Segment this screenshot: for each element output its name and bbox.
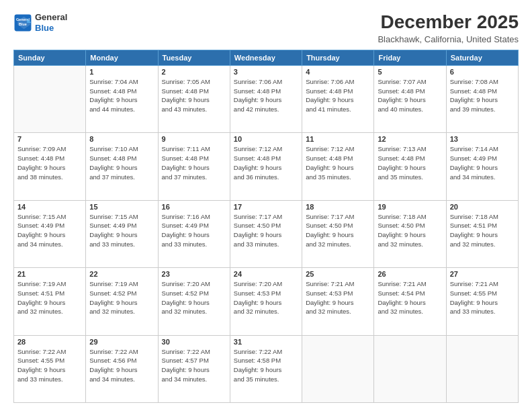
calendar-week-row: 1Sunrise: 7:04 AMSunset: 4:48 PMDaylight… <box>14 65 519 132</box>
calendar-week-row: 14Sunrise: 7:15 AMSunset: 4:49 PMDayligh… <box>14 200 519 267</box>
day-number: 18 <box>306 203 370 211</box>
day-number: 27 <box>450 270 515 278</box>
logo-line1: General <box>35 12 67 23</box>
day-info: Sunrise: 7:19 AMSunset: 4:52 PMDaylight:… <box>89 279 154 316</box>
day-number: 13 <box>450 135 515 143</box>
calendar-cell: 25Sunrise: 7:21 AMSunset: 4:53 PMDayligh… <box>302 268 374 335</box>
calendar-cell: 28Sunrise: 7:22 AMSunset: 4:55 PMDayligh… <box>14 335 86 402</box>
calendar-cell: 8Sunrise: 7:10 AMSunset: 4:48 PMDaylight… <box>86 133 158 200</box>
calendar-week-row: 21Sunrise: 7:19 AMSunset: 4:51 PMDayligh… <box>14 268 519 335</box>
day-info: Sunrise: 7:11 AMSunset: 4:48 PMDaylight:… <box>162 144 226 181</box>
calendar-cell: 4Sunrise: 7:06 AMSunset: 4:48 PMDaylight… <box>302 65 374 132</box>
calendar-cell: 29Sunrise: 7:22 AMSunset: 4:56 PMDayligh… <box>86 335 158 402</box>
calendar-week-row: 28Sunrise: 7:22 AMSunset: 4:55 PMDayligh… <box>14 335 519 402</box>
calendar-cell: 26Sunrise: 7:21 AMSunset: 4:54 PMDayligh… <box>374 268 446 335</box>
day-info: Sunrise: 7:21 AMSunset: 4:54 PMDaylight:… <box>378 279 442 316</box>
day-number: 22 <box>89 270 154 278</box>
calendar-cell: 23Sunrise: 7:20 AMSunset: 4:52 PMDayligh… <box>158 268 230 335</box>
col-monday: Monday <box>86 50 158 65</box>
day-number: 3 <box>234 68 298 76</box>
calendar-cell: 9Sunrise: 7:11 AMSunset: 4:48 PMDaylight… <box>158 133 230 200</box>
calendar-cell: 2Sunrise: 7:05 AMSunset: 4:48 PMDaylight… <box>158 65 230 132</box>
day-info: Sunrise: 7:14 AMSunset: 4:49 PMDaylight:… <box>450 144 515 181</box>
col-saturday: Saturday <box>446 50 518 65</box>
calendar-week-row: 7Sunrise: 7:09 AMSunset: 4:48 PMDaylight… <box>14 133 519 200</box>
calendar-cell: 31Sunrise: 7:22 AMSunset: 4:58 PMDayligh… <box>230 335 302 402</box>
calendar-cell: 6Sunrise: 7:08 AMSunset: 4:48 PMDaylight… <box>446 65 518 132</box>
page: General Blue General Blue December 2025 … <box>0 0 532 411</box>
day-number: 21 <box>17 270 82 278</box>
day-info: Sunrise: 7:22 AMSunset: 4:58 PMDaylight:… <box>234 347 298 384</box>
day-info: Sunrise: 7:21 AMSunset: 4:53 PMDaylight:… <box>306 279 370 316</box>
day-number: 31 <box>234 338 298 346</box>
day-info: Sunrise: 7:15 AMSunset: 4:49 PMDaylight:… <box>17 212 82 249</box>
day-info: Sunrise: 7:04 AMSunset: 4:48 PMDaylight:… <box>89 77 154 114</box>
day-number: 23 <box>162 270 226 278</box>
day-info: Sunrise: 7:12 AMSunset: 4:48 PMDaylight:… <box>306 144 370 181</box>
day-info: Sunrise: 7:09 AMSunset: 4:48 PMDaylight:… <box>17 144 82 181</box>
day-info: Sunrise: 7:05 AMSunset: 4:48 PMDaylight:… <box>162 77 226 114</box>
calendar-header-row: Sunday Monday Tuesday Wednesday Thursday… <box>14 50 519 65</box>
day-number: 19 <box>378 203 442 211</box>
day-info: Sunrise: 7:20 AMSunset: 4:53 PMDaylight:… <box>234 279 298 316</box>
calendar-cell: 14Sunrise: 7:15 AMSunset: 4:49 PMDayligh… <box>14 200 86 267</box>
day-number: 9 <box>162 135 226 143</box>
day-info: Sunrise: 7:16 AMSunset: 4:49 PMDaylight:… <box>162 212 226 249</box>
subtitle: Blackhawk, California, United States <box>378 34 519 44</box>
day-info: Sunrise: 7:22 AMSunset: 4:55 PMDaylight:… <box>17 347 82 384</box>
col-thursday: Thursday <box>302 50 374 65</box>
day-info: Sunrise: 7:12 AMSunset: 4:48 PMDaylight:… <box>234 144 298 181</box>
day-info: Sunrise: 7:17 AMSunset: 4:50 PMDaylight:… <box>234 212 298 249</box>
day-info: Sunrise: 7:18 AMSunset: 4:50 PMDaylight:… <box>378 212 442 249</box>
day-info: Sunrise: 7:19 AMSunset: 4:51 PMDaylight:… <box>17 279 82 316</box>
calendar-cell: 27Sunrise: 7:21 AMSunset: 4:55 PMDayligh… <box>446 268 518 335</box>
calendar-cell: 21Sunrise: 7:19 AMSunset: 4:51 PMDayligh… <box>14 268 86 335</box>
col-sunday: Sunday <box>14 50 86 65</box>
calendar-cell <box>14 65 86 132</box>
calendar-cell: 5Sunrise: 7:07 AMSunset: 4:48 PMDaylight… <box>374 65 446 132</box>
calendar-cell: 13Sunrise: 7:14 AMSunset: 4:49 PMDayligh… <box>446 133 518 200</box>
day-info: Sunrise: 7:22 AMSunset: 4:56 PMDaylight:… <box>89 347 154 384</box>
calendar-cell: 24Sunrise: 7:20 AMSunset: 4:53 PMDayligh… <box>230 268 302 335</box>
day-number: 30 <box>162 338 226 346</box>
calendar-cell: 22Sunrise: 7:19 AMSunset: 4:52 PMDayligh… <box>86 268 158 335</box>
calendar-cell: 19Sunrise: 7:18 AMSunset: 4:50 PMDayligh… <box>374 200 446 267</box>
day-info: Sunrise: 7:15 AMSunset: 4:49 PMDaylight:… <box>89 212 154 249</box>
day-number: 28 <box>17 338 82 346</box>
logo-line2: Blue <box>35 23 67 34</box>
day-info: Sunrise: 7:06 AMSunset: 4:48 PMDaylight:… <box>306 77 370 114</box>
day-info: Sunrise: 7:10 AMSunset: 4:48 PMDaylight:… <box>89 144 154 181</box>
day-info: Sunrise: 7:22 AMSunset: 4:57 PMDaylight:… <box>162 347 226 384</box>
calendar-cell: 11Sunrise: 7:12 AMSunset: 4:48 PMDayligh… <box>302 133 374 200</box>
day-number: 12 <box>378 135 442 143</box>
title-block: December 2025 Blackhawk, California, Uni… <box>378 12 519 44</box>
day-number: 10 <box>234 135 298 143</box>
calendar-cell <box>302 335 374 402</box>
day-number: 24 <box>234 270 298 278</box>
calendar: Sunday Monday Tuesday Wednesday Thursday… <box>13 50 519 403</box>
calendar-cell: 30Sunrise: 7:22 AMSunset: 4:57 PMDayligh… <box>158 335 230 402</box>
day-number: 4 <box>306 68 370 76</box>
day-number: 14 <box>17 203 82 211</box>
day-info: Sunrise: 7:06 AMSunset: 4:48 PMDaylight:… <box>234 77 298 114</box>
day-info: Sunrise: 7:21 AMSunset: 4:55 PMDaylight:… <box>450 279 515 316</box>
calendar-cell: 10Sunrise: 7:12 AMSunset: 4:48 PMDayligh… <box>230 133 302 200</box>
calendar-cell: 16Sunrise: 7:16 AMSunset: 4:49 PMDayligh… <box>158 200 230 267</box>
col-wednesday: Wednesday <box>230 50 302 65</box>
day-number: 7 <box>17 135 82 143</box>
col-friday: Friday <box>374 50 446 65</box>
day-number: 6 <box>450 68 515 76</box>
calendar-cell: 18Sunrise: 7:17 AMSunset: 4:50 PMDayligh… <box>302 200 374 267</box>
calendar-cell: 7Sunrise: 7:09 AMSunset: 4:48 PMDaylight… <box>14 133 86 200</box>
day-number: 15 <box>89 203 154 211</box>
calendar-cell <box>446 335 518 402</box>
day-info: Sunrise: 7:07 AMSunset: 4:48 PMDaylight:… <box>378 77 442 114</box>
day-number: 2 <box>162 68 226 76</box>
day-number: 5 <box>378 68 442 76</box>
day-info: Sunrise: 7:08 AMSunset: 4:48 PMDaylight:… <box>450 77 515 114</box>
day-number: 25 <box>306 270 370 278</box>
main-title: December 2025 <box>378 12 519 33</box>
calendar-cell: 3Sunrise: 7:06 AMSunset: 4:48 PMDaylight… <box>230 65 302 132</box>
day-number: 16 <box>162 203 226 211</box>
svg-text:Blue: Blue <box>19 21 27 26</box>
